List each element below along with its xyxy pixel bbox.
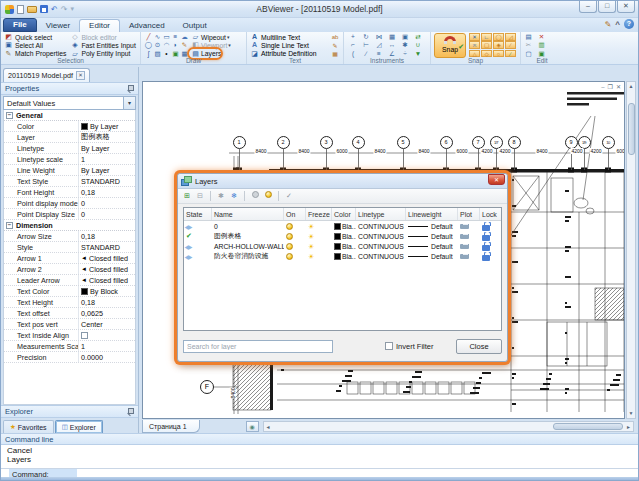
- page-options-button[interactable]: ◉: [246, 421, 259, 432]
- layer-search-input[interactable]: [183, 340, 333, 353]
- undo-icon[interactable]: ↶: [51, 5, 58, 14]
- layers-dialog-close-icon[interactable]: ✕: [488, 174, 505, 185]
- property-value[interactable]: By Layer: [78, 165, 135, 175]
- property-value[interactable]: By Layer: [78, 143, 135, 153]
- scroll-up-icon[interactable]: ▲: [629, 82, 634, 91]
- scroll-right-icon[interactable]: ►: [624, 424, 633, 430]
- property-row[interactable]: Point display mode0: [4, 198, 135, 209]
- fast-entities-input-button[interactable]: ◈Fast Entities Input: [70, 41, 135, 49]
- mdi-minimize-icon[interactable]: –: [601, 83, 604, 91]
- pin-icon[interactable]: [127, 85, 134, 92]
- property-row[interactable]: ColorBy Layer: [4, 121, 135, 132]
- collapse-ribbon-icon[interactable]: ^: [615, 20, 620, 29]
- trim-icon[interactable]: ⌐: [347, 41, 359, 49]
- collapse-icon[interactable]: −: [6, 222, 13, 229]
- property-row[interactable]: Arrow Size0,18: [4, 231, 135, 242]
- snap-extension-icon[interactable]: ∕: [505, 50, 516, 58]
- redo-icon[interactable]: ↷: [61, 5, 68, 14]
- array-icon[interactable]: ▦: [386, 33, 398, 41]
- layer-row[interactable]: ◆防火卷帘消防设施☀Bla...CONTINUOUSDefault: [184, 251, 501, 261]
- property-value[interactable]: 0,18: [78, 297, 135, 307]
- property-value[interactable]: 图例表格: [78, 132, 135, 142]
- property-row[interactable]: Arrow 2◄Closed filled: [4, 264, 135, 275]
- new-file-icon[interactable]: [17, 5, 24, 14]
- layer-lineweight[interactable]: Default: [431, 233, 453, 240]
- circle-icon[interactable]: ◯: [144, 41, 153, 49]
- delete-icon[interactable]: ✕: [537, 33, 546, 41]
- ellipse-arc-icon[interactable]: ◗: [171, 41, 180, 49]
- property-row[interactable]: Linetype scale1: [4, 154, 135, 165]
- snap-tangent-icon[interactable]: △: [469, 50, 480, 58]
- document-tab-close-icon[interactable]: ✕: [76, 71, 85, 80]
- text-pencil-icon[interactable]: ✎: [330, 42, 340, 49]
- layer-plot-icon[interactable]: [460, 254, 469, 259]
- property-row[interactable]: Text Inside Align: [4, 330, 135, 341]
- layer-plot-icon[interactable]: [460, 234, 469, 239]
- set-current-layer-icon[interactable]: ✓: [284, 191, 294, 201]
- help-icon[interactable]: ?: [624, 19, 634, 29]
- tab-favorites[interactable]: ★Favorites: [3, 420, 54, 433]
- layer-lock-icon[interactable]: [482, 235, 490, 241]
- property-value[interactable]: [78, 330, 135, 340]
- property-value[interactable]: Center: [78, 319, 135, 329]
- property-value[interactable]: 0: [78, 198, 135, 208]
- tab-editor[interactable]: Editor: [79, 19, 120, 32]
- layer-lock-icon[interactable]: [482, 225, 490, 231]
- minimize-button[interactable]: –: [579, 1, 597, 13]
- select-all-button[interactable]: ▣Select All: [4, 41, 66, 49]
- layer-lineweight[interactable]: Default: [431, 253, 453, 260]
- close-button[interactable]: ✕: [617, 1, 635, 13]
- line-icon[interactable]: ╱: [144, 33, 153, 41]
- save-file-icon[interactable]: [40, 5, 48, 13]
- column-header-on[interactable]: On: [284, 208, 306, 220]
- single-line-text-button[interactable]: ASingle Line Text✎: [250, 41, 340, 49]
- column-header-lineweight[interactable]: Lineweight: [406, 208, 458, 220]
- layer-freeze-icon[interactable]: ☀: [308, 233, 314, 240]
- freeze-layer-icon[interactable]: ❄: [229, 191, 239, 201]
- layer-on-icon[interactable]: [286, 233, 293, 240]
- snap-nearest-icon[interactable]: ○: [493, 50, 504, 58]
- property-value[interactable]: 1: [78, 341, 135, 351]
- property-value[interactable]: 0: [78, 209, 135, 219]
- property-row[interactable]: Precision0.0000: [4, 352, 135, 363]
- property-row[interactable]: Text ColorBy Block: [4, 286, 135, 297]
- property-row[interactable]: Arrow 1◄Closed filled: [4, 253, 135, 264]
- property-value[interactable]: By Layer: [78, 121, 135, 131]
- add-layer-icon[interactable]: ⊞: [182, 191, 192, 201]
- property-row[interactable]: Line WeightBy Layer: [4, 165, 135, 176]
- column-header-state[interactable]: State: [184, 208, 212, 220]
- layer-color-swatch[interactable]: [334, 243, 341, 250]
- thaw-layer-icon[interactable]: ✱: [216, 191, 226, 201]
- property-row[interactable]: Text pos vertCenter: [4, 319, 135, 330]
- layers-close-button[interactable]: Close: [456, 339, 502, 354]
- revision-cloud-icon[interactable]: ☁: [180, 33, 189, 41]
- layer-row[interactable]: ✔图例表格☀Bla...CONTINUOUSDefault: [184, 231, 501, 241]
- property-value[interactable]: 0,0625: [78, 308, 135, 318]
- mdi-restore-icon[interactable]: ❐: [608, 83, 613, 91]
- layer-on-icon[interactable]: [263, 191, 273, 201]
- property-value[interactable]: STANDARD: [78, 242, 135, 252]
- property-row[interactable]: Text Height0,18: [4, 297, 135, 308]
- snap-angle-icon[interactable]: ◿: [505, 33, 516, 41]
- invert-filter-checkbox[interactable]: [385, 342, 393, 350]
- scroll-left-icon[interactable]: ◄: [264, 424, 273, 430]
- layer-plot-icon[interactable]: [460, 244, 469, 249]
- wipeout-button[interactable]: ▱ Wipeout ▾: [191, 33, 229, 41]
- layer-linetype[interactable]: CONTINUOUS: [358, 233, 404, 240]
- mirror-icon[interactable]: ⋈: [373, 33, 385, 41]
- page-tab[interactable]: Страница 1: [142, 420, 200, 433]
- property-row[interactable]: LinetypeBy Layer: [4, 143, 135, 154]
- property-category[interactable]: −General: [4, 110, 135, 121]
- rectangle-icon[interactable]: ▭: [162, 33, 171, 41]
- layer-plot-icon[interactable]: [460, 224, 469, 229]
- property-row[interactable]: Text offset0,0625: [4, 308, 135, 319]
- property-value[interactable]: STANDARD: [78, 176, 135, 186]
- multiline-icon[interactable]: ≡: [171, 33, 180, 41]
- layer-lineweight[interactable]: Default: [431, 223, 453, 230]
- column-header-color[interactable]: Color: [332, 208, 356, 220]
- layer-linetype[interactable]: CONTINUOUS: [358, 253, 404, 260]
- multiline-text-button[interactable]: AMultiline Textab: [250, 33, 340, 41]
- column-header-freeze[interactable]: Freeze: [306, 208, 332, 220]
- snap-intersection-icon[interactable]: ✕: [469, 33, 480, 41]
- layer-lineweight[interactable]: Default: [431, 243, 453, 250]
